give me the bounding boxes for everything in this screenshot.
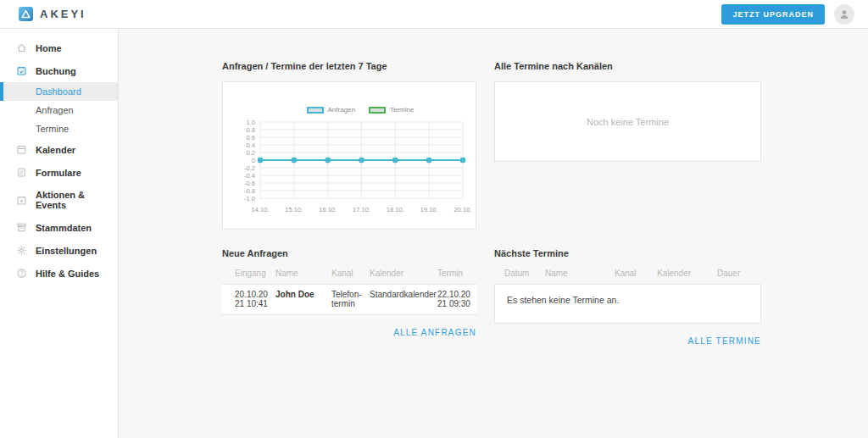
main-content: Anfragen / Termine der letzten 7 Tage An… <box>119 29 868 438</box>
user-icon <box>838 8 850 20</box>
table-cell: 20.10.2021 10:41 <box>235 290 275 308</box>
chart-card: Anfragen / Termine der letzten 7 Tage An… <box>222 61 476 230</box>
line-chart-panel: AnfragenTermine 14.10.15.10.16.10.17.10.… <box>222 81 476 230</box>
naechste-termine-empty-panel: Es stehen keine Termine an. <box>494 284 761 324</box>
sidebar-item-aktionen-events[interactable]: Aktionen & Events <box>0 184 118 216</box>
sidebar-sub-label: Dashboard <box>36 86 81 97</box>
naechste-termine-card: Nächste Termine DatumNameKanalKalenderDa… <box>494 248 761 347</box>
column-header: Termin <box>437 269 476 278</box>
logo-text: AKEYI <box>40 8 86 20</box>
calendar-icon <box>16 144 27 155</box>
home-icon <box>16 42 27 53</box>
svg-text:-0.4: -0.4 <box>244 172 255 180</box>
kanaele-card-title: Alle Termine nach Kanälen <box>494 61 761 71</box>
sidebar-item-label: Kalender <box>36 145 75 155</box>
sidebar-item-einstellungen[interactable]: Einstellungen <box>0 239 118 262</box>
user-avatar[interactable] <box>834 4 854 25</box>
svg-text:0.8: 0.8 <box>247 126 255 134</box>
svg-text:0.6: 0.6 <box>247 134 255 141</box>
neue-anfragen-header-row: EingangNameKanalKalenderTermin <box>222 269 476 284</box>
svg-text:-0.8: -0.8 <box>244 187 255 195</box>
top-bar: AKEYI JETZT UPGRADEN <box>0 0 868 29</box>
column-header: Name <box>275 269 331 278</box>
naechste-termine-header-row: DatumNameKanalKalenderDauer <box>494 269 761 284</box>
svg-text:15.10.: 15.10. <box>285 206 303 213</box>
sidebar-item-label: Stammdaten <box>36 223 92 233</box>
column-header: Datum <box>504 269 545 278</box>
naechste-termine-empty-text: Es stehen keine Termine an. <box>507 295 619 305</box>
column-header: Kalender <box>657 269 717 278</box>
table-cell: Standardkalender <box>370 290 437 308</box>
legend-label: Anfragen <box>328 106 355 114</box>
sidebar-nav: HomeBuchungDashboardAnfragenTermineKalen… <box>0 29 119 438</box>
svg-text:20.10.: 20.10. <box>454 206 472 213</box>
column-header: Kanal <box>331 269 370 278</box>
sidebar-item-label: Aktionen & Events <box>36 190 111 210</box>
sidebar-sub-label: Termine <box>36 124 69 134</box>
legend-swatch <box>307 107 324 114</box>
column-header: Kalender <box>370 269 437 278</box>
sidebar-item-home[interactable]: Home <box>0 36 118 59</box>
sidebar-item-dashboard[interactable]: Dashboard <box>0 82 118 101</box>
svg-text:0.2: 0.2 <box>247 149 255 157</box>
calendar-plus-icon <box>16 195 27 206</box>
svg-text:-0.6: -0.6 <box>244 180 255 187</box>
svg-text:0: 0 <box>252 157 255 164</box>
svg-text:-1.0: -1.0 <box>244 195 255 202</box>
sidebar-item-label: Einstellungen <box>36 246 97 256</box>
neue-anfragen-title: Neue Anfragen <box>222 248 476 258</box>
legend-swatch <box>369 107 386 114</box>
legend-item[interactable]: Termine <box>369 106 414 114</box>
legend-item[interactable]: Anfragen <box>307 106 355 114</box>
question-icon <box>16 268 27 279</box>
sidebar-item-label: Home <box>36 43 62 53</box>
chart-card-title: Anfragen / Termine der letzten 7 Tage <box>222 61 476 71</box>
svg-text:1.0: 1.0 <box>247 119 255 126</box>
naechste-termine-title: Nächste Termine <box>494 248 761 258</box>
kanaele-empty-panel: Noch keine Termine <box>494 81 761 162</box>
svg-text:17.10.: 17.10. <box>353 206 370 213</box>
sidebar-item-formulare[interactable]: Formulare <box>0 161 118 184</box>
line-chart: 14.10.15.10.16.10.17.10.18.10.19.10.20.1… <box>223 117 476 227</box>
table-cell: Telefon-termin <box>331 290 370 308</box>
table-cell: 22.10.2021 09:30 <box>437 290 476 308</box>
legend-label: Termine <box>390 106 414 114</box>
sidebar-item-hilfe-guides[interactable]: Hilfe & Guides <box>0 262 118 285</box>
sidebar-item-label: Hilfe & Guides <box>36 269 99 279</box>
alle-termine-link[interactable]: ALLE TERMINE <box>688 336 761 346</box>
sidebar-item-label: Buchung <box>36 66 76 76</box>
sidebar-item-termine[interactable]: Termine <box>0 119 118 138</box>
gear-icon <box>16 245 27 256</box>
sidebar-sub-label: Anfragen <box>36 105 74 115</box>
svg-text:19.10.: 19.10. <box>420 206 438 213</box>
sidebar-item-buchung[interactable]: Buchung <box>0 59 118 82</box>
svg-text:14.10.: 14.10. <box>252 206 270 213</box>
app-logo[interactable]: AKEYI <box>19 7 86 21</box>
sidebar-item-label: Formulare <box>36 168 81 178</box>
upgrade-button[interactable]: JETZT UPGRADEN <box>721 4 825 25</box>
calendar-check-icon <box>16 65 27 76</box>
akeyi-logo-icon <box>19 7 33 21</box>
neue-anfragen-card: Neue Anfragen EingangNameKanalKalenderTe… <box>222 248 476 339</box>
column-header: Eingang <box>235 269 275 278</box>
table-cell: John Doe <box>275 290 331 308</box>
column-header: Kanal <box>615 269 657 278</box>
column-header: Dauer <box>717 269 761 278</box>
sidebar-item-anfragen[interactable]: Anfragen <box>0 101 118 119</box>
svg-text:0.4: 0.4 <box>247 141 255 149</box>
table-row[interactable]: 20.10.2021 10:41John DoeTelefon-terminSt… <box>222 284 476 315</box>
alle-anfragen-link[interactable]: ALLE ANFRAGEN <box>393 328 476 337</box>
file-icon <box>16 167 27 178</box>
svg-text:16.10.: 16.10. <box>319 206 337 213</box>
svg-text:-0.2: -0.2 <box>244 164 255 172</box>
archive-icon <box>16 222 27 233</box>
kanaele-card: Alle Termine nach Kanälen Noch keine Ter… <box>494 61 761 162</box>
kanaele-empty-text: Noch keine Termine <box>587 117 669 127</box>
sidebar-item-stammdaten[interactable]: Stammdaten <box>0 216 118 239</box>
chart-legend: AnfragenTermine <box>223 82 476 114</box>
svg-text:18.10.: 18.10. <box>387 206 404 213</box>
sidebar-item-kalender[interactable]: Kalender <box>0 138 118 161</box>
column-header: Name <box>545 269 615 278</box>
